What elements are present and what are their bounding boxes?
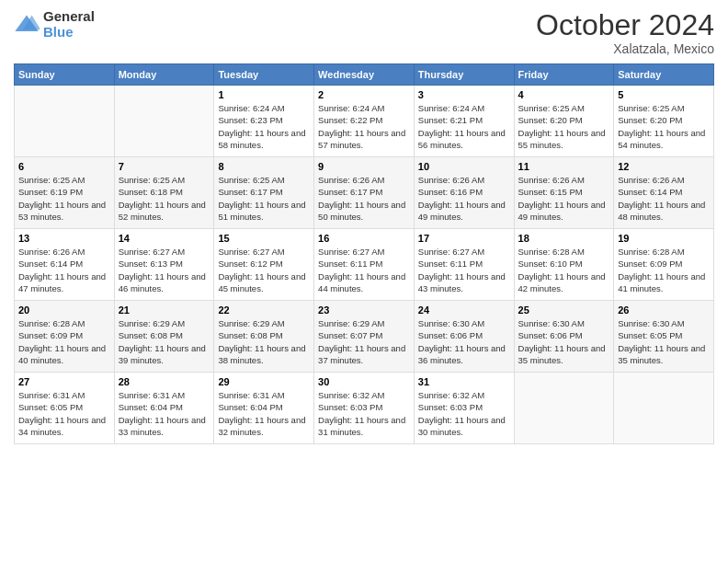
day-number: 30 [318,376,410,387]
week-row-4: 20Sunrise: 6:28 AM Sunset: 6:09 PM Dayli… [15,301,714,373]
cell-5-4: 30Sunrise: 6:32 AM Sunset: 6:03 PM Dayli… [314,373,415,444]
cell-info: Sunrise: 6:32 AM Sunset: 6:03 PM Dayligh… [418,389,510,438]
cell-5-1: 27Sunrise: 6:31 AM Sunset: 6:05 PM Dayli… [15,373,115,444]
week-row-5: 27Sunrise: 6:31 AM Sunset: 6:05 PM Dayli… [15,373,714,444]
cell-4-1: 20Sunrise: 6:28 AM Sunset: 6:09 PM Dayli… [15,301,115,373]
cell-3-3: 15Sunrise: 6:27 AM Sunset: 6:12 PM Dayli… [214,229,314,301]
week-row-1: 1Sunrise: 6:24 AM Sunset: 6:23 PM Daylig… [15,86,714,157]
col-friday: Friday [514,64,614,86]
day-number: 2 [318,89,410,100]
cell-1-1 [15,86,115,157]
location: Xalatzala, Mexico [536,41,714,56]
day-number: 4 [518,89,610,100]
cell-info: Sunrise: 6:29 AM Sunset: 6:08 PM Dayligh… [119,317,210,366]
calendar-table: Sunday Monday Tuesday Wednesday Thursday… [14,63,714,444]
week-row-2: 6Sunrise: 6:25 AM Sunset: 6:19 PM Daylig… [15,157,714,229]
col-saturday: Saturday [614,64,714,86]
day-number: 15 [218,233,310,244]
cell-info: Sunrise: 6:32 AM Sunset: 6:03 PM Dayligh… [318,389,410,438]
day-number: 16 [318,233,410,244]
col-tuesday: Tuesday [214,64,314,86]
cell-info: Sunrise: 6:26 AM Sunset: 6:15 PM Dayligh… [518,174,610,223]
cell-4-3: 22Sunrise: 6:29 AM Sunset: 6:08 PM Dayli… [214,301,314,373]
cell-1-6: 4Sunrise: 6:25 AM Sunset: 6:20 PM Daylig… [514,86,614,157]
cell-info: Sunrise: 6:24 AM Sunset: 6:21 PM Dayligh… [418,102,510,151]
day-number: 21 [119,304,210,316]
cell-4-4: 23Sunrise: 6:29 AM Sunset: 6:07 PM Dayli… [314,301,415,373]
cell-2-7: 12Sunrise: 6:26 AM Sunset: 6:14 PM Dayli… [614,157,714,229]
day-number: 18 [518,233,610,244]
day-number: 28 [119,376,210,387]
cell-5-3: 29Sunrise: 6:31 AM Sunset: 6:04 PM Dayli… [214,373,314,444]
day-number: 5 [618,89,710,100]
day-number: 7 [119,161,210,172]
header: General Blue October 2024 Xalatzala, Mex… [14,9,714,56]
cell-info: Sunrise: 6:29 AM Sunset: 6:07 PM Dayligh… [318,317,410,366]
col-thursday: Thursday [414,64,514,86]
cell-info: Sunrise: 6:25 AM Sunset: 6:20 PM Dayligh… [518,102,610,151]
cell-3-5: 17Sunrise: 6:27 AM Sunset: 6:11 PM Dayli… [414,229,514,301]
cell-3-2: 14Sunrise: 6:27 AM Sunset: 6:13 PM Dayli… [114,229,214,301]
day-number: 3 [418,89,510,100]
logo: General Blue [14,9,95,40]
cell-5-6 [514,373,614,444]
day-number: 14 [119,233,210,244]
logo-general: General [43,8,95,24]
day-number: 25 [518,304,610,316]
cell-2-1: 6Sunrise: 6:25 AM Sunset: 6:19 PM Daylig… [15,157,115,229]
day-number: 27 [18,376,110,387]
day-number: 11 [518,161,610,172]
col-wednesday: Wednesday [314,64,415,86]
cell-2-5: 10Sunrise: 6:26 AM Sunset: 6:16 PM Dayli… [414,157,514,229]
cell-3-1: 13Sunrise: 6:26 AM Sunset: 6:14 PM Dayli… [15,229,115,301]
day-number: 19 [618,233,710,244]
cell-info: Sunrise: 6:24 AM Sunset: 6:23 PM Dayligh… [218,102,310,151]
day-number: 8 [218,161,310,172]
cell-3-4: 16Sunrise: 6:27 AM Sunset: 6:11 PM Dayli… [314,229,415,301]
cell-info: Sunrise: 6:26 AM Sunset: 6:17 PM Dayligh… [318,174,410,223]
cell-info: Sunrise: 6:26 AM Sunset: 6:14 PM Dayligh… [618,174,710,223]
day-number: 1 [218,89,310,100]
cell-info: Sunrise: 6:31 AM Sunset: 6:04 PM Dayligh… [218,389,310,438]
cell-5-2: 28Sunrise: 6:31 AM Sunset: 6:04 PM Dayli… [114,373,214,444]
day-number: 31 [418,376,510,387]
day-number: 6 [18,161,110,172]
cell-info: Sunrise: 6:28 AM Sunset: 6:09 PM Dayligh… [18,317,110,366]
cell-info: Sunrise: 6:24 AM Sunset: 6:22 PM Dayligh… [318,102,410,151]
cell-info: Sunrise: 6:30 AM Sunset: 6:05 PM Dayligh… [618,317,710,366]
cell-info: Sunrise: 6:28 AM Sunset: 6:10 PM Dayligh… [518,246,610,294]
col-monday: Monday [114,64,214,86]
logo-text: General Blue [43,9,95,40]
cell-3-7: 19Sunrise: 6:28 AM Sunset: 6:09 PM Dayli… [614,229,714,301]
cell-1-3: 1Sunrise: 6:24 AM Sunset: 6:23 PM Daylig… [214,86,314,157]
logo-icon [14,12,40,38]
cell-3-6: 18Sunrise: 6:28 AM Sunset: 6:10 PM Dayli… [514,229,614,301]
day-number: 29 [218,376,310,387]
cell-info: Sunrise: 6:27 AM Sunset: 6:12 PM Dayligh… [218,246,310,294]
cell-info: Sunrise: 6:31 AM Sunset: 6:04 PM Dayligh… [119,389,210,438]
day-number: 17 [418,233,510,244]
cell-1-2 [114,86,214,157]
cell-info: Sunrise: 6:28 AM Sunset: 6:09 PM Dayligh… [618,246,710,294]
cell-2-2: 7Sunrise: 6:25 AM Sunset: 6:18 PM Daylig… [114,157,214,229]
logo-blue: Blue [43,24,74,40]
col-sunday: Sunday [15,64,115,86]
day-number: 24 [418,304,510,316]
cell-info: Sunrise: 6:25 AM Sunset: 6:19 PM Dayligh… [18,174,110,223]
cell-info: Sunrise: 6:25 AM Sunset: 6:20 PM Dayligh… [618,102,710,151]
cell-info: Sunrise: 6:26 AM Sunset: 6:16 PM Dayligh… [418,174,510,223]
month-title: October 2024 [536,9,714,41]
cell-info: Sunrise: 6:25 AM Sunset: 6:18 PM Dayligh… [119,174,210,223]
day-number: 23 [318,304,410,316]
day-number: 20 [18,304,110,316]
cell-5-7 [614,373,714,444]
cell-info: Sunrise: 6:27 AM Sunset: 6:11 PM Dayligh… [318,246,410,294]
cell-1-4: 2Sunrise: 6:24 AM Sunset: 6:22 PM Daylig… [314,86,415,157]
day-number: 10 [418,161,510,172]
cell-2-6: 11Sunrise: 6:26 AM Sunset: 6:15 PM Dayli… [514,157,614,229]
cell-1-5: 3Sunrise: 6:24 AM Sunset: 6:21 PM Daylig… [414,86,514,157]
header-row: Sunday Monday Tuesday Wednesday Thursday… [15,64,714,86]
cell-info: Sunrise: 6:30 AM Sunset: 6:06 PM Dayligh… [518,317,610,366]
title-block: October 2024 Xalatzala, Mexico [536,9,714,56]
cell-2-3: 8Sunrise: 6:25 AM Sunset: 6:17 PM Daylig… [214,157,314,229]
